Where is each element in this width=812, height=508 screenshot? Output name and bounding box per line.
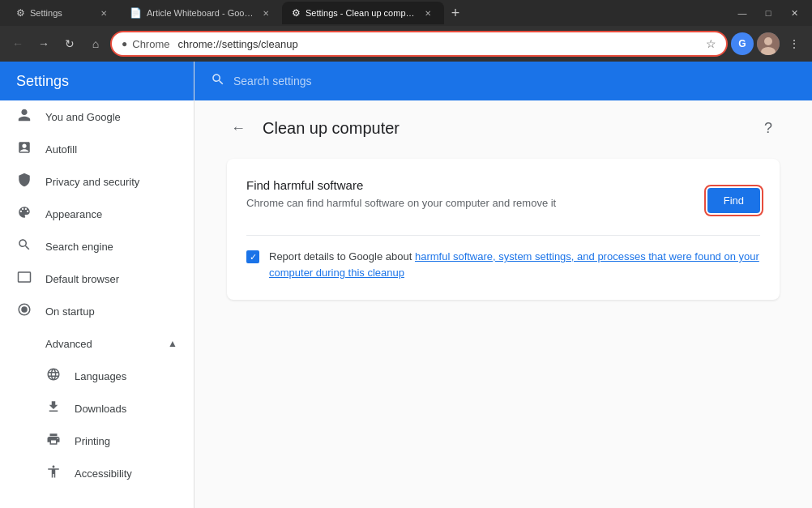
downloads-label: Downloads — [75, 403, 177, 415]
sidebar-item-languages[interactable]: Languages — [0, 360, 194, 392]
bookmark-icon[interactable]: ☆ — [706, 37, 716, 50]
sidebar-item-on-startup[interactable]: On startup — [0, 295, 194, 327]
address-prefix: Chrome — [132, 38, 169, 50]
back-to-settings-button[interactable]: ← — [227, 117, 250, 139]
search-engine-icon — [16, 237, 32, 255]
checkbox-label-prefix: Report details to Google about — [269, 250, 415, 263]
search-settings-input[interactable]: Search settings — [233, 75, 312, 88]
advanced-label: Advanced — [45, 338, 155, 350]
tab-cleanup-title: Settings - Clean up computer — [306, 8, 417, 18]
appearance-label: Appearance — [45, 208, 177, 220]
privacy-icon — [16, 173, 32, 190]
reload-button[interactable]: ↻ — [58, 32, 81, 55]
page-title: Clean up computer — [263, 119, 744, 138]
forward-button[interactable]: → — [32, 32, 55, 55]
sidebar-item-search[interactable]: Search engine — [0, 230, 194, 263]
address-bar-icon: ● — [122, 38, 127, 49]
languages-label: Languages — [75, 370, 177, 382]
google-account-icon[interactable]: G — [731, 32, 754, 55]
accessibility-icon — [45, 464, 62, 482]
section-desc-text: Chrome can find harmful software on your… — [246, 197, 556, 209]
cleanup-section-card: Find harmful software Chrome can find ha… — [227, 159, 780, 300]
autofill-label: Autofill — [45, 143, 177, 156]
advanced-chevron-icon: ▲ — [168, 338, 177, 349]
search-bar[interactable]: Search settings — [194, 62, 812, 100]
sidebar-item-you-google[interactable]: You and Google — [0, 100, 194, 133]
sidebar-title: Settings — [16, 73, 69, 90]
on-startup-label: On startup — [45, 305, 177, 318]
checkbox-checkmark: ✓ — [250, 252, 257, 263]
tab-docs-close[interactable]: ✕ — [259, 6, 272, 19]
tab-settings-title: Settings — [30, 8, 92, 18]
docs-tab-icon: 📄 — [130, 7, 142, 19]
advanced-section-header[interactable]: Advanced ▲ — [0, 327, 194, 360]
sidebar-item-downloads[interactable]: Downloads — [0, 392, 194, 425]
close-button[interactable]: ✕ — [783, 5, 806, 21]
toolbar-icons: G ⋮ — [731, 32, 806, 55]
find-row: Find harmful software Chrome can find ha… — [246, 178, 760, 222]
window-controls: — □ ✕ — [731, 5, 806, 21]
maximize-button[interactable]: □ — [757, 5, 780, 21]
tab-cleanup-close[interactable]: ✕ — [421, 6, 434, 19]
content-body: ← Clean up computer ? Find harmful softw… — [194, 100, 812, 316]
printing-label: Printing — [75, 435, 177, 447]
home-button[interactable]: ⌂ — [84, 32, 107, 55]
address-text: chrome://settings/cleanup — [178, 38, 702, 50]
sidebar-header: Settings — [0, 62, 194, 100]
on-startup-icon — [16, 302, 32, 320]
sidebar-item-privacy[interactable]: Privacy and security — [0, 165, 194, 198]
sidebar-item-default-browser[interactable]: Default browser — [0, 263, 194, 295]
user-avatar[interactable] — [757, 32, 780, 55]
tab-cleanup[interactable]: ⚙ Settings - Clean up computer ✕ — [282, 2, 444, 24]
tab-settings-close[interactable]: ✕ — [97, 6, 110, 19]
search-engine-label: Search engine — [45, 241, 177, 253]
checkbox-label: Report details to Google about harmful s… — [269, 249, 760, 280]
cleanup-tab-icon: ⚙ — [292, 7, 301, 19]
page-title-row: ← Clean up computer ? — [227, 117, 780, 139]
section-description: Chrome can find harmful software on your… — [246, 197, 556, 209]
you-google-label: You and Google — [45, 111, 177, 123]
sidebar-item-accessibility[interactable]: Accessibility — [0, 457, 194, 489]
you-google-icon — [16, 108, 32, 126]
main-layout: Settings You and Google Autofill Privacy — [0, 62, 812, 508]
tab-docs-title: Article Whiteboard - Google Doc... — [147, 8, 254, 18]
section-title: Find harmful software — [246, 178, 556, 192]
appearance-icon — [16, 205, 32, 223]
content-area: Search settings ← Clean up computer ? Fi… — [194, 62, 812, 508]
help-icon[interactable]: ? — [757, 117, 780, 139]
printing-icon — [45, 432, 62, 450]
tab-docs[interactable]: 📄 Article Whiteboard - Google Doc... ✕ — [120, 2, 282, 24]
toolbar: ← → ↻ ⌂ ● Chrome chrome://settings/clean… — [0, 26, 812, 62]
sidebar-item-autofill[interactable]: Autofill — [0, 133, 194, 165]
default-browser-label: Default browser — [45, 273, 177, 285]
find-software-info: Find harmful software Chrome can find ha… — [246, 178, 556, 222]
sidebar-item-printing[interactable]: Printing — [0, 425, 194, 457]
report-details-checkbox[interactable]: ✓ — [246, 250, 259, 263]
sidebar-content: You and Google Autofill Privacy and secu… — [0, 100, 194, 508]
new-tab-button[interactable]: + — [444, 2, 467, 24]
autofill-icon — [16, 140, 32, 158]
svg-point-1 — [764, 37, 772, 45]
default-browser-icon — [16, 270, 32, 288]
search-icon — [211, 72, 225, 90]
checkbox-row: ✓ Report details to Google about harmful… — [246, 235, 760, 280]
sidebar: Settings You and Google Autofill Privacy — [0, 62, 194, 508]
minimize-button[interactable]: — — [731, 5, 754, 21]
chrome-menu-button[interactable]: ⋮ — [783, 32, 806, 55]
address-bar[interactable]: ● Chrome chrome://settings/cleanup ☆ — [110, 31, 728, 57]
privacy-label: Privacy and security — [45, 176, 177, 188]
title-bar: ⚙ Settings ✕ 📄 Article Whiteboard - Goog… — [0, 0, 812, 26]
svg-point-3 — [21, 306, 28, 313]
downloads-icon — [45, 399, 62, 417]
sidebar-item-appearance[interactable]: Appearance — [0, 198, 194, 230]
languages-icon — [45, 367, 62, 385]
tab-settings[interactable]: ⚙ Settings ✕ — [6, 2, 120, 24]
find-button[interactable]: Find — [707, 188, 760, 213]
accessibility-label: Accessibility — [75, 467, 177, 480]
settings-tab-icon: ⚙ — [16, 7, 25, 19]
back-button[interactable]: ← — [6, 32, 29, 55]
